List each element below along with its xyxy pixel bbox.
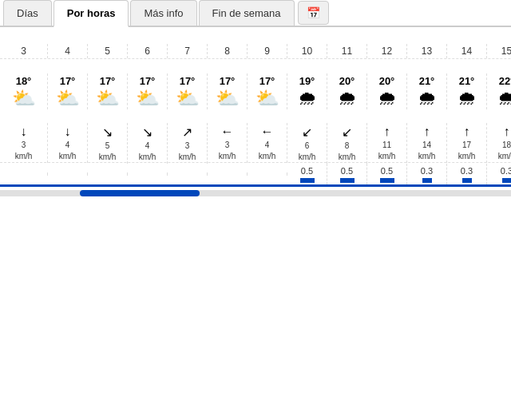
weather-icon: ⛅	[88, 89, 127, 108]
hour-cell: 12	[367, 44, 407, 58]
temp-label: 22°	[487, 75, 511, 87]
wind-speed: 17 km/h	[458, 141, 476, 160]
wind-speed: 11 km/h	[378, 141, 396, 160]
calendar-button[interactable]: 📅	[298, 1, 329, 25]
wind-cell: ←4 km/h	[248, 123, 287, 163]
rain-cell: 0.5	[287, 164, 327, 184]
weather-icon: ⛅	[128, 89, 167, 108]
wind-cell: ↑18 km/h	[487, 123, 511, 163]
rain-bar	[502, 178, 512, 183]
wind-speed: 8 km/h	[339, 141, 356, 161]
weather-icon: ⛅	[248, 89, 287, 108]
wind-cell: ↘5 km/h	[88, 123, 128, 164]
hour-label: 5	[105, 46, 110, 57]
rain-bar	[462, 178, 472, 183]
hour-cell: 6	[128, 44, 168, 58]
rain-label: 0.5	[341, 166, 353, 176]
tab-por-horas[interactable]: Por horas	[53, 0, 129, 27]
wind-cell: ↗3 km/h	[168, 123, 208, 164]
weather-table: 345678910111213141516171819218°⛅17°⛅17°⛅…	[0, 35, 511, 187]
temp-label: 19°	[287, 75, 327, 87]
temp-label: 18°	[0, 75, 47, 87]
wind-cell: ↑11 km/h	[367, 123, 407, 163]
wind-row: ↓3 km/h↓4 km/h↘5 km/h↘4 km/h↗3 km/h←3 km…	[0, 123, 511, 163]
hour-cell: 11	[327, 44, 367, 58]
hour-cell: 15	[487, 44, 511, 58]
temp-label: 21°	[447, 75, 486, 87]
hour-label: 4	[65, 46, 70, 57]
wind-arrow: ←	[208, 125, 247, 139]
rain-cell: 0.3	[487, 164, 511, 184]
rain-label: 0.3	[421, 166, 433, 176]
hour-label: 7	[184, 46, 190, 57]
weather-cell: 18°⛅	[0, 73, 48, 109]
wind-speed: 5 km/h	[99, 141, 117, 161]
hour-label: 10	[302, 46, 312, 57]
wind-cell: ←3 km/h	[208, 123, 248, 163]
scrollbar-track[interactable]	[0, 190, 511, 196]
wind-speed: 3 km/h	[15, 141, 33, 160]
weather-cell: 17°⛅	[248, 73, 287, 109]
rain-cell	[88, 172, 128, 176]
hour-cell: 4	[48, 44, 88, 58]
temp-label: 17°	[128, 75, 167, 87]
wind-speed: 18 km/h	[498, 141, 511, 160]
rain-label: 0.3	[501, 166, 511, 176]
wind-arrow: ↘	[128, 125, 167, 140]
rain-label: 0.3	[461, 166, 473, 176]
wind-speed: 4 km/h	[259, 141, 276, 160]
weather-icon: 🌧	[367, 89, 406, 108]
weather-cell: 20°🌧	[367, 73, 407, 109]
weather-cell: 19°🌧	[287, 73, 327, 109]
temp-label: 20°	[367, 75, 406, 87]
weather-cell: 17°⛅	[88, 73, 128, 109]
weather-scroll[interactable]: 345678910111213141516171819218°⛅17°⛅17°⛅…	[0, 27, 511, 196]
wind-arrow: ↑	[367, 125, 406, 139]
rain-cell	[48, 172, 88, 176]
weather-cell: 17°⛅	[208, 73, 248, 109]
hour-cell: 13	[407, 44, 447, 58]
rain-cell: 0.5	[327, 164, 367, 184]
wind-arrow: ↑	[487, 125, 511, 139]
scrollbar-thumb[interactable]	[80, 190, 200, 196]
tab-bar: Días Por horas Más info Fin de semana 📅	[0, 0, 511, 27]
weather-cell: 21°🌧	[447, 73, 487, 109]
tab-dias[interactable]: Días	[3, 0, 52, 26]
temp-label: 17°	[88, 75, 127, 87]
temp-label: 17°	[48, 75, 87, 87]
hour-label: 11	[342, 46, 352, 57]
wind-speed: 6 km/h	[299, 141, 316, 161]
rain-cell	[0, 172, 48, 176]
rain-cell: 0.3	[447, 164, 487, 184]
rain-cell	[248, 172, 287, 176]
tab-mas-info[interactable]: Más info	[130, 0, 196, 26]
wind-cell: ↑14 km/h	[407, 123, 447, 163]
weather-icon: ⛅	[208, 89, 247, 108]
rain-cell: 0.5	[367, 164, 407, 184]
weather-icon: ⛅	[168, 89, 207, 108]
rain-cell	[168, 172, 208, 176]
rain-row: 0.50.50.50.30.30.30.30.30.30.2	[0, 163, 511, 187]
temp-label: 17°	[248, 75, 287, 87]
weather-icon: 🌧	[327, 89, 366, 108]
weather-icon: 🌧	[287, 89, 327, 108]
wind-arrow: ↓	[48, 125, 87, 139]
hour-label: 14	[461, 46, 472, 57]
weather-cell: 22°🌧	[487, 73, 511, 109]
weather-cell: 17°⛅	[168, 73, 208, 109]
icon-row: 18°⛅17°⛅17°⛅17°⛅17°⛅17°⛅17°⛅19°🌧20°🌧20°🌧…	[0, 59, 511, 123]
wind-arrow: ←	[248, 125, 287, 139]
weather-cell: 20°🌧	[327, 73, 367, 109]
tab-fin-semana[interactable]: Fin de semana	[199, 0, 295, 26]
wind-cell: ↓3 km/h	[0, 123, 48, 163]
wind-speed: 3 km/h	[179, 141, 196, 161]
rain-cell	[128, 172, 168, 176]
wind-arrow: ↓	[0, 125, 47, 139]
wind-speed: 4 km/h	[59, 141, 77, 160]
rain-bar	[340, 178, 355, 183]
hour-label: 13	[422, 46, 432, 57]
rain-label: 0.5	[301, 166, 313, 176]
hour-cell: 10	[287, 44, 327, 58]
hour-label: 3	[21, 46, 26, 57]
wind-arrow: ↑	[407, 125, 446, 139]
